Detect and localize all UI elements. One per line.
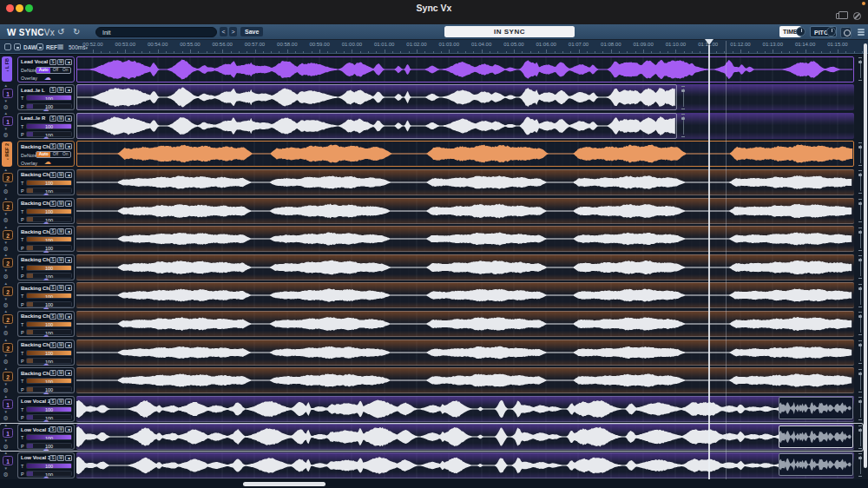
solo-button[interactable]: S: [49, 370, 56, 376]
time-slider[interactable]: 100: [26, 321, 72, 327]
audio-clip[interactable]: [76, 198, 854, 224]
overlay-inset-view[interactable]: [779, 425, 853, 448]
track-group-number[interactable]: 2: [3, 173, 13, 182]
mute-button[interactable]: M: [57, 172, 64, 178]
track-zoom-slider[interactable]: [857, 57, 864, 81]
audio-clip[interactable]: [76, 84, 677, 110]
track-move-up-icon[interactable]: ▲: [4, 395, 8, 399]
solo-button[interactable]: S: [49, 399, 56, 405]
speaker-button[interactable]: ◀: [65, 342, 72, 348]
waveform-lane[interactable]: [76, 424, 854, 450]
speaker-button[interactable]: ◀: [65, 370, 72, 376]
audio-clip[interactable]: [76, 254, 854, 280]
track-move-up-icon[interactable]: ▲: [4, 424, 8, 427]
solo-button[interactable]: S: [49, 342, 56, 348]
track-settings-gear-icon[interactable]: ⚙: [3, 188, 9, 195]
track-header[interactable]: Lead Vocal S M ◀ DeNoiseAutoOffOn Overla…: [17, 56, 75, 82]
track-header[interactable]: Backing Ch... S M ◀ T100 P100 ☁ ☁: [17, 254, 75, 280]
pitch-slider[interactable]: 100: [26, 471, 72, 477]
mute-button[interactable]: M: [57, 201, 64, 207]
denoise-option-off[interactable]: Off: [50, 152, 60, 157]
track-settings-gear-icon[interactable]: ⚙: [3, 302, 9, 309]
mute-button[interactable]: M: [57, 59, 64, 65]
pitch-slider[interactable]: 100: [26, 188, 72, 194]
audio-clip[interactable]: [76, 311, 854, 337]
pitch-slider[interactable]: 100: [26, 301, 72, 307]
track-move-down-icon[interactable]: ▼: [4, 213, 8, 216]
do-not-disturb-icon[interactable]: [853, 12, 861, 20]
overlay-cloud-icon[interactable]: ☁: [43, 304, 49, 310]
speaker-button[interactable]: ◀: [65, 59, 72, 65]
undo-icon[interactable]: ↺: [57, 27, 64, 36]
time-slider[interactable]: 100: [26, 463, 72, 469]
daw-toggle[interactable]: DAW: [23, 44, 36, 50]
solo-button[interactable]: S: [49, 143, 56, 149]
speaker-button[interactable]: ◀: [65, 399, 72, 405]
speaker-button[interactable]: ◀: [65, 87, 72, 93]
pitch-slider[interactable]: 100: [26, 386, 72, 392]
speaker-button[interactable]: ◀: [65, 172, 72, 178]
pitch-slider[interactable]: 100: [26, 131, 72, 137]
time-slider[interactable]: 100: [26, 236, 72, 242]
pitch-knob-icon[interactable]: [826, 27, 836, 36]
track-move-up-icon[interactable]: ▲: [4, 84, 8, 88]
overlay-cloud-icon[interactable]: ☁: [43, 417, 49, 423]
mute-button[interactable]: M: [57, 257, 64, 263]
mute-button[interactable]: M: [57, 313, 64, 320]
group-collapse-tab[interactable]: ‹ L FB: [2, 56, 12, 82]
grid-view-icon[interactable]: ▦: [57, 43, 64, 50]
track-group-number[interactable]: 2: [3, 343, 13, 353]
track-group-number[interactable]: 1: [3, 116, 13, 126]
waveform-lane[interactable]: [76, 198, 854, 224]
waveform-lane[interactable]: [76, 367, 854, 393]
time-slider[interactable]: 100: [26, 265, 72, 271]
denoise-option-auto[interactable]: Auto: [36, 152, 50, 157]
speaker-button[interactable]: ◀: [65, 143, 72, 149]
denoise-option-auto[interactable]: Auto: [36, 68, 50, 73]
time-slider[interactable]: 100: [26, 293, 72, 299]
track-header[interactable]: Backing Ch... S M ◀ T100 P100 ☁ ☁: [17, 367, 75, 393]
track-header[interactable]: Lead..le L S M ◀ T100 P100 ☁ ☁: [17, 84, 75, 110]
track-move-up-icon[interactable]: ▲: [4, 254, 8, 257]
mute-button[interactable]: M: [57, 455, 64, 461]
track-move-down-icon[interactable]: ▼: [4, 184, 8, 188]
track-move-down-icon[interactable]: ▼: [4, 467, 8, 471]
speaker-button[interactable]: ◀: [65, 115, 72, 122]
audio-clip[interactable]: [76, 113, 677, 139]
track-move-up-icon[interactable]: ▲: [4, 226, 8, 229]
solo-button[interactable]: S: [49, 228, 56, 234]
redo-icon[interactable]: ↻: [73, 27, 80, 36]
track-move-down-icon[interactable]: ▼: [4, 383, 8, 386]
solo-button[interactable]: S: [49, 115, 56, 122]
previous-preset-button[interactable]: <: [220, 27, 227, 36]
overlay-cloud-icon[interactable]: ☁: [43, 106, 49, 112]
waveform-lane[interactable]: [76, 56, 854, 82]
time-slider[interactable]: 100: [26, 378, 72, 384]
audio-clip[interactable]: [76, 226, 854, 252]
solo-button[interactable]: S: [49, 426, 56, 432]
horizontal-scrollbar[interactable]: [243, 482, 326, 486]
track-move-down-icon[interactable]: ▼: [4, 326, 8, 329]
overlay-cloud-icon[interactable]: ☁: [43, 332, 49, 338]
track-move-down-icon[interactable]: ▼: [4, 439, 8, 443]
playhead-marker-icon[interactable]: [705, 39, 713, 45]
track-header[interactable]: Backing Ch... S M ◀ T100 P100 ☁ ☁: [17, 226, 75, 252]
track-zoom-slider[interactable]: [857, 228, 864, 251]
time-slider[interactable]: 100: [26, 123, 72, 129]
speaker-button[interactable]: ◀: [65, 228, 72, 234]
group-collapse-tab[interactable]: ‹ REF 2: [2, 142, 12, 167]
audio-clip[interactable]: [76, 452, 854, 478]
select-all-checkbox[interactable]: [4, 43, 11, 50]
overlay-cloud-icon[interactable]: ☁: [43, 219, 49, 225]
track-header[interactable]: Backing Ch... S M ◀ T100 P100 ☁ ☁: [17, 169, 75, 195]
denoise-segmented-control[interactable]: AutoOffOn: [36, 67, 71, 74]
waveform-lane[interactable]: [76, 282, 854, 308]
track-group-number[interactable]: 2: [3, 372, 13, 381]
overlay-cloud-icon[interactable]: ☁: [43, 134, 49, 140]
track-group-number[interactable]: 1: [3, 428, 13, 438]
track-settings-gear-icon[interactable]: ⚙: [3, 217, 9, 224]
mute-button[interactable]: M: [57, 115, 64, 122]
audio-clip[interactable]: [76, 282, 854, 308]
mute-button[interactable]: M: [57, 370, 64, 376]
track-move-up-icon[interactable]: ▲: [4, 168, 8, 172]
